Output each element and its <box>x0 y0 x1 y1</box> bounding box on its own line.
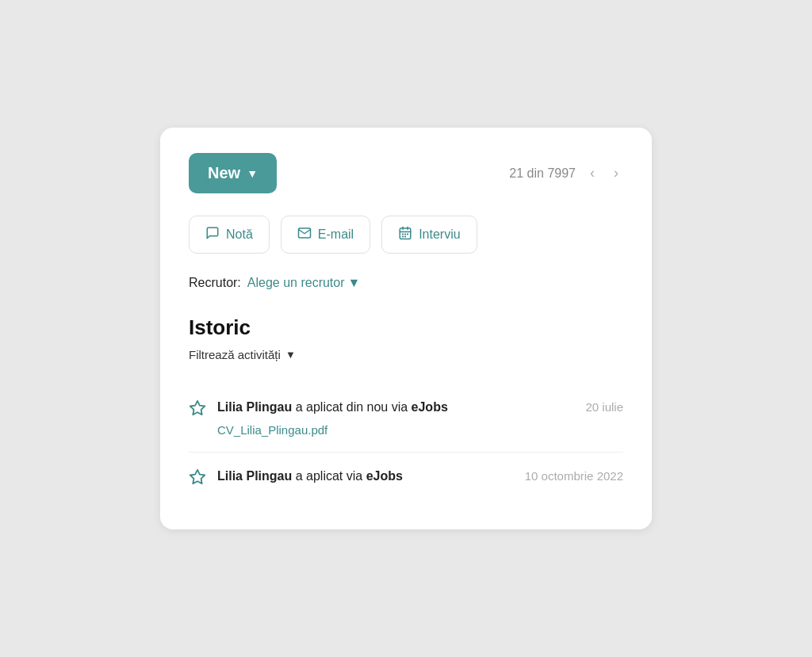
activity-text-row: Lilia Plingau a aplicat via eJobs 10 oct… <box>217 467 623 486</box>
activity-main: Lilia Plingau a aplicat din nou via eJob… <box>189 398 623 437</box>
star-icon[interactable] <box>189 399 206 421</box>
recrutor-select-text: Alege un recrutor <box>247 276 345 290</box>
prev-page-button[interactable]: ‹ <box>585 162 599 185</box>
activity-source: eJobs <box>366 469 403 483</box>
nota-button[interactable]: Notă <box>189 216 270 254</box>
attachment-link[interactable]: CV_Lilia_Plingau.pdf <box>217 423 327 437</box>
filter-chevron-icon: ▼ <box>285 349 296 361</box>
activity-person: Lilia Plingau <box>217 469 292 483</box>
email-label: E-mail <box>318 227 354 242</box>
new-button-chevron: ▼ <box>247 167 258 180</box>
interviu-button[interactable]: Interviu <box>381 216 477 254</box>
activity-text: Lilia Plingau a aplicat din nou via eJob… <box>217 398 448 417</box>
activity-date: 10 octombrie 2022 <box>525 469 623 483</box>
email-icon <box>297 226 312 243</box>
activity-main: Lilia Plingau a aplicat via eJobs 10 oct… <box>189 467 623 490</box>
interviu-label: Interviu <box>419 227 460 242</box>
interviu-icon <box>398 226 412 243</box>
star-icon[interactable] <box>189 468 206 490</box>
main-card: New ▼ 21 din 7997 ‹ › Notă <box>160 128 652 529</box>
action-buttons-row: Notă E-mail <box>189 216 623 254</box>
nota-label: Notă <box>226 227 253 242</box>
activity-list: Lilia Plingau a aplicat din nou via eJob… <box>189 384 623 504</box>
filter-activities-dropdown[interactable]: Filtrează activități ▼ <box>189 348 623 361</box>
new-button[interactable]: New ▼ <box>189 153 277 193</box>
activity-source: eJobs <box>412 400 448 414</box>
activity-item: Lilia Plingau a aplicat din nou via eJob… <box>189 384 623 453</box>
activity-item: Lilia Plingau a aplicat via eJobs 10 oct… <box>189 453 623 504</box>
activity-person: Lilia Plingau <box>217 400 292 414</box>
activity-date: 20 iulie <box>585 400 623 414</box>
next-page-button[interactable]: › <box>609 162 623 185</box>
recrutor-chevron-icon: ▼ <box>348 276 361 290</box>
svg-marker-9 <box>190 401 205 414</box>
activity-action: a aplicat din nou via <box>296 400 412 414</box>
activity-text: Lilia Plingau a aplicat via eJobs <box>217 467 403 486</box>
page-info: 21 din 7997 <box>509 166 576 181</box>
activity-action: a aplicat via <box>296 469 366 483</box>
svg-marker-10 <box>190 470 205 483</box>
header-row: New ▼ 21 din 7997 ‹ › <box>189 153 623 193</box>
activity-attachment: CV_Lilia_Plingau.pdf <box>217 423 623 437</box>
pagination: 21 din 7997 ‹ › <box>509 162 623 185</box>
recrutor-label: Recrutor: <box>189 276 241 290</box>
activity-content: Lilia Plingau a aplicat din nou via eJob… <box>217 398 623 437</box>
email-button[interactable]: E-mail <box>281 216 370 254</box>
filter-label: Filtrează activități <box>189 348 281 361</box>
recrutor-select[interactable]: Alege un recrutor ▼ <box>247 276 361 290</box>
nota-icon <box>205 226 220 243</box>
new-button-label: New <box>208 164 240 182</box>
section-title: Istoric <box>189 315 623 340</box>
activity-content: Lilia Plingau a aplicat via eJobs 10 oct… <box>217 467 623 486</box>
activity-text-row: Lilia Plingau a aplicat din nou via eJob… <box>217 398 623 417</box>
recrutor-row: Recrutor: Alege un recrutor ▼ <box>189 276 623 290</box>
